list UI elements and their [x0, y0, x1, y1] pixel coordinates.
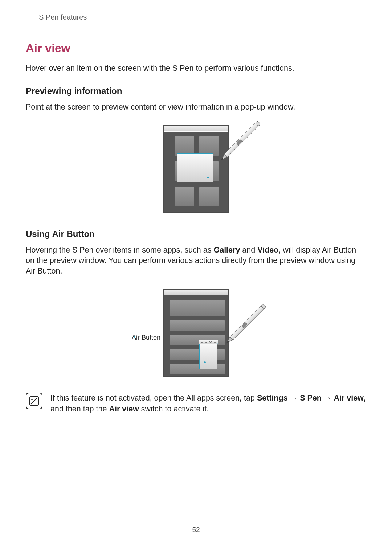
popup-thumbnail [199, 342, 217, 369]
svg-rect-5 [230, 305, 265, 340]
note-text: If this feature is not activated, open t… [50, 393, 366, 414]
svg-rect-8 [261, 304, 266, 309]
svg-rect-4 [236, 139, 242, 145]
note-block: If this feature is not activated, open t… [26, 393, 366, 414]
callout-air-button-label: Air Button [83, 334, 163, 341]
figure-previewing [26, 125, 366, 213]
svg-rect-9 [242, 322, 248, 328]
heading-previewing: Previewing information [26, 86, 366, 96]
section-title-air-view: Air view [26, 42, 366, 55]
text-air-button: Hovering the S Pen over items in some ap… [26, 245, 366, 276]
section-intro: Hover over an item on the screen with th… [26, 63, 366, 74]
heading-air-button: Using Air Button [26, 229, 366, 239]
phone-mock-air-button [163, 289, 229, 377]
page-number: 52 [0, 526, 392, 534]
air-button-toolbar [199, 340, 218, 344]
svg-rect-3 [256, 121, 261, 126]
breadcrumb: S Pen features [26, 13, 366, 21]
figure-air-button: Air Button [26, 289, 366, 377]
text-previewing: Point at the screen to preview content o… [26, 102, 366, 112]
popup-preview-window [177, 153, 213, 182]
svg-rect-0 [224, 122, 260, 157]
note-icon [26, 393, 42, 409]
phone-mock-preview [163, 125, 229, 213]
manual-page: S Pen features Air view Hover over an it… [0, 0, 392, 554]
